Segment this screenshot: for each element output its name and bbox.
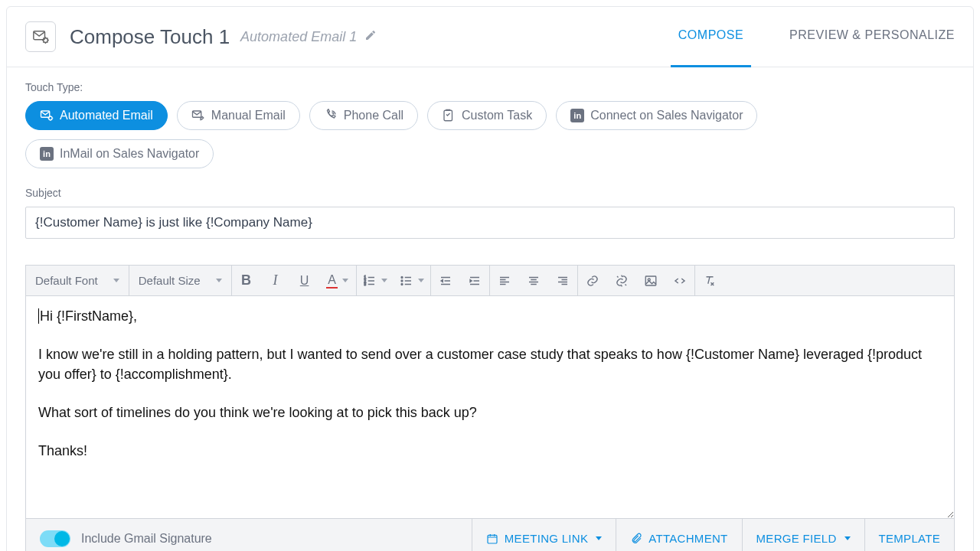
tab-preview-personalize[interactable]: PREVIEW & PERSONALIZE xyxy=(789,19,955,54)
pill-label: Connect on Sales Navigator xyxy=(590,109,743,122)
touch-type-label: Touch Type: xyxy=(25,81,955,93)
email-body-editor[interactable]: Hi {!FirstName}, I know we're still in a… xyxy=(26,296,954,518)
indent-button[interactable] xyxy=(460,266,489,295)
pill-automated-email[interactable]: Automated Email xyxy=(25,101,168,130)
align-right-button[interactable] xyxy=(548,266,577,295)
font-family-dropdown[interactable]: Default Font xyxy=(26,266,129,295)
align-center-button[interactable] xyxy=(519,266,548,295)
pill-phone-call[interactable]: Phone Call xyxy=(309,101,418,130)
pill-label: Automated Email xyxy=(60,109,153,122)
underline-button[interactable]: U xyxy=(290,266,319,295)
font-size-label: Default Size xyxy=(139,274,201,287)
unlink-button[interactable] xyxy=(607,266,636,295)
bold-button[interactable]: B xyxy=(232,266,261,295)
svg-rect-14 xyxy=(488,535,497,543)
text-color-button[interactable]: A xyxy=(319,266,356,295)
image-button[interactable] xyxy=(636,266,665,295)
clear-formatting-button[interactable] xyxy=(695,266,724,295)
subject-label: Subject xyxy=(25,187,955,199)
body-line: I know we're still in a holding pattern,… xyxy=(38,345,942,383)
chevron-down-icon xyxy=(113,279,119,282)
panel-header: Compose Touch 1 Automated Email 1 COMPOS… xyxy=(7,7,973,67)
header-tabs: COMPOSE PREVIEW & PERSONALIZE xyxy=(678,19,955,54)
compose-touch-panel: Compose Touch 1 Automated Email 1 COMPOS… xyxy=(6,6,974,551)
unordered-list-button[interactable] xyxy=(394,266,430,295)
attachment-button[interactable]: ATTACHMENT xyxy=(616,519,741,551)
svg-point-10 xyxy=(401,280,403,282)
pill-label: Phone Call xyxy=(344,109,403,122)
page-subtitle: Automated Email 1 xyxy=(240,29,357,45)
svg-point-1 xyxy=(43,38,47,43)
attachment-label: ATTACHMENT xyxy=(648,532,727,545)
italic-button[interactable]: I xyxy=(261,266,290,295)
signature-toggle-row: Include Gmail Signature xyxy=(26,530,226,547)
edit-title-icon[interactable] xyxy=(364,29,377,44)
body-line: Thanks! xyxy=(38,442,942,461)
editor-toolbar: Default Font Default Size B I U A 123 xyxy=(26,266,954,296)
pill-label: Custom Task xyxy=(462,109,532,122)
chevron-down-icon xyxy=(418,279,424,282)
rich-text-editor: Default Font Default Size B I U A 123 xyxy=(25,265,955,551)
merge-field-label: MERGE FIELD xyxy=(756,532,837,545)
subject-input[interactable] xyxy=(25,207,955,239)
signature-toggle-label: Include Gmail Signature xyxy=(81,532,212,546)
ordered-list-button[interactable]: 123 xyxy=(357,266,394,295)
chevron-down-icon xyxy=(342,279,348,282)
pill-manual-email[interactable]: Manual Email xyxy=(177,101,300,130)
signature-toggle[interactable] xyxy=(40,530,70,547)
template-label: TEMPLATE xyxy=(879,532,940,545)
linkedin-icon: in xyxy=(40,147,54,161)
editor-footer: Include Gmail Signature MEETING LINK ATT… xyxy=(26,518,954,551)
paperclip-icon xyxy=(630,533,642,545)
align-left-button[interactable] xyxy=(490,266,519,295)
calendar-icon xyxy=(486,533,498,545)
chevron-down-icon xyxy=(381,279,387,282)
touch-type-options: Automated Email Manual Email Phone Call … xyxy=(25,101,955,168)
body-line: What sort of timelines do you think we'r… xyxy=(38,403,942,422)
linkedin-icon: in xyxy=(570,109,584,122)
body-line: Hi {!FirstName}, xyxy=(40,308,137,324)
pill-custom-task[interactable]: Custom Task xyxy=(427,101,547,130)
email-gear-icon xyxy=(25,21,56,52)
chevron-down-icon xyxy=(596,536,602,540)
template-button[interactable]: TEMPLATE xyxy=(864,519,954,551)
pill-connect-navigator[interactable]: in Connect on Sales Navigator xyxy=(556,101,757,130)
svg-point-3 xyxy=(49,116,53,120)
font-size-dropdown[interactable]: Default Size xyxy=(129,266,231,295)
page-title: Compose Touch 1 xyxy=(70,25,230,49)
pill-label: Manual Email xyxy=(211,109,286,122)
pill-inmail-navigator[interactable]: in InMail on Sales Navigator xyxy=(25,139,214,168)
chevron-down-icon xyxy=(844,536,851,540)
tab-compose[interactable]: COMPOSE xyxy=(678,19,743,54)
pill-label: InMail on Sales Navigator xyxy=(60,147,199,161)
meeting-link-label: MEETING LINK xyxy=(505,532,588,545)
merge-field-button[interactable]: MERGE FIELD xyxy=(742,519,864,551)
link-button[interactable] xyxy=(578,266,607,295)
outdent-button[interactable] xyxy=(431,266,460,295)
svg-point-9 xyxy=(401,276,403,278)
code-view-button[interactable] xyxy=(665,266,694,295)
meeting-link-button[interactable]: MEETING LINK xyxy=(472,519,616,551)
font-family-label: Default Font xyxy=(35,274,98,287)
svg-point-11 xyxy=(401,283,403,285)
svg-text:3: 3 xyxy=(364,282,366,286)
chevron-down-icon xyxy=(216,279,222,282)
svg-rect-12 xyxy=(645,276,656,285)
